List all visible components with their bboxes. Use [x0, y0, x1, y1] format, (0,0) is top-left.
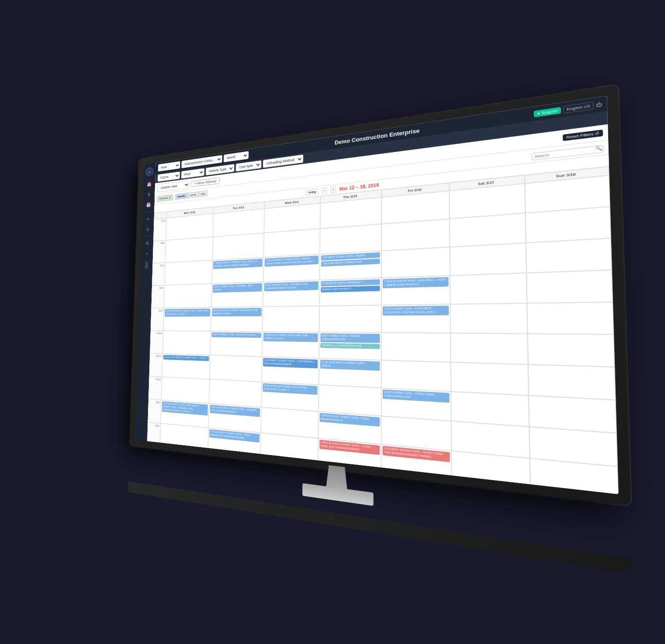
prev-button[interactable]: ‹: [321, 187, 327, 194]
cell-sun-10am[interactable]: [528, 334, 615, 367]
sidebar-calendar-week-icon[interactable]: 🗓: [145, 190, 152, 199]
sidebar-calendar-day-icon[interactable]: 📆: [145, 200, 152, 209]
event-wed-12pm-1[interactable]: 12:00-3:00 EAST STREET GATE STEEL SUBCON…: [262, 383, 317, 395]
cell-thu-10am[interactable]: WEST STREET GATE - HOODS SUBCONTRACTOR T…: [319, 332, 381, 360]
cell-fri-10am[interactable]: [381, 333, 451, 362]
event-fri-9am-1[interactable]: EAST STREET GATE - CONCRETE CONCRETE CON…: [383, 306, 449, 315]
cell-sun-11am[interactable]: [528, 364, 616, 400]
event-thu-8am-2[interactable]: REBAR SUBCONTRACT: [321, 285, 380, 292]
event-thu-11am-1[interactable]: 11:30-12:30 NORTH STREET GATE - SUBCO...: [320, 360, 380, 371]
month-filter[interactable]: Month: [224, 151, 249, 163]
cell-fri-7am[interactable]: [381, 247, 450, 278]
tab-month[interactable]: month: [175, 193, 188, 200]
cell-tue-3pm[interactable]: [207, 452, 260, 485]
cell-mon-10am[interactable]: [163, 331, 211, 355]
event-tue-4pm-1[interactable]: 4:30-7:30 WEST STREET GATE - GARBAGE SIT…: [208, 478, 259, 494]
cell-thu-2pm[interactable]: 2:30-3:30 WEST STREET GATE - TICKET #543…: [318, 438, 381, 473]
move-delivery-button[interactable]: + Move Delivery: [192, 178, 220, 187]
cell-mon-11am[interactable]: 11:30-12:30 NORTH STREET GATE - TICKET..…: [162, 354, 210, 379]
sidebar-add-icon[interactable]: +: [144, 249, 151, 258]
cell-fri-9am[interactable]: EAST STREET GATE - CONCRETE CONCRETE CON…: [381, 304, 451, 333]
cell-wed-2pm[interactable]: [260, 433, 318, 466]
cell-mon-3pm[interactable]: 3:00-5:00 SOUTH GATE LOADING DOCK 1 - CO…: [159, 447, 207, 477]
cell-fri-11am[interactable]: [381, 360, 451, 392]
cell-thu-12pm[interactable]: [318, 385, 381, 416]
sidebar-list-icon[interactable]: ≡: [144, 215, 151, 223]
event-mon-3pm-1[interactable]: 3:00-5:00 SOUTH GATE LOADING DOCK 1 - CO…: [161, 448, 207, 462]
next-button[interactable]: ›: [330, 186, 336, 193]
event-tue-1pm-1[interactable]: 1:00-2:00 NORTH STREET GATE - GENERAL SI…: [210, 405, 260, 417]
cell-sat-8am[interactable]: [450, 273, 527, 304]
event-wed-3pm-1[interactable]: 3:00-4:00 SOUTH GATE LOAD COPPER SITE SU…: [261, 460, 317, 475]
event-fri-3pm-1[interactable]: 3:30-4:00 1ST STREET YARD - 1 SITE...: [383, 474, 450, 488]
cell-tue-12pm[interactable]: [209, 379, 261, 407]
event-fri-12pm-1[interactable]: EAST STREET GATE - STEEL STEEL SUBCONTRA…: [383, 389, 450, 403]
cell-wed-11am[interactable]: 11:00 WEST STREET GATE - CURTAINWALL SIT…: [262, 357, 319, 385]
sidebar-radar-icon[interactable]: ◎: [144, 225, 151, 233]
cell-sat-10am[interactable]: [451, 333, 528, 364]
cell-mon-5am[interactable]: [166, 214, 214, 241]
cell-tue-5am[interactable]: [213, 209, 264, 237]
cell-thu-6am[interactable]: [320, 224, 381, 254]
event-mon-9am-1[interactable]: 9:30-12:00 EAST STREET GATE - HVAC HVAC …: [165, 308, 210, 316]
cell-tue-10am[interactable]: WEST STREET GATE - EXHAUST HOODS: [210, 331, 262, 357]
cell-wed-10am[interactable]: 10:00 EAST STREET GATE HVAC SUB HENRY FL…: [262, 332, 319, 359]
tab-day[interactable]: day: [199, 190, 208, 197]
cell-sun-6am[interactable]: [525, 207, 611, 243]
sidebar-map-icon[interactable]: ⬛⬛: [143, 261, 150, 269]
search-icon-button[interactable]: 🔍: [595, 145, 602, 151]
cell-sat-6am[interactable]: [450, 213, 526, 247]
cell-wed-9am[interactable]: [262, 306, 319, 332]
event-thu-10am-1[interactable]: WEST STREET GATE - HOODS SUBCONTRACTOR: [320, 333, 380, 343]
event-mon-1pm-1[interactable]: 2:00-3:00 SOUTH GATE LOAD NORTH STREET G…: [162, 401, 208, 416]
power-icon[interactable]: ⏻: [596, 101, 602, 108]
cell-sun-7am[interactable]: [526, 238, 612, 273]
cell-wed-8am[interactable]: EAST STREET GATE - DRYWALL SITE SUPERINT…: [263, 280, 320, 307]
area-filter[interactable]: Area: [158, 161, 181, 172]
cell-tue-2pm[interactable]: 2:50-3:30 EAST STREET GATE - STEEL BEAMS…: [208, 428, 261, 459]
cell-sat-11am[interactable]: [451, 362, 529, 396]
cell-thu-7am[interactable]: 7:30 WEST STREET GATE - REBAR 7:30 CONCR…: [319, 251, 381, 280]
cell-fri-6am[interactable]: [381, 219, 450, 251]
event-wed-7am-1[interactable]: 7:00-8:30 WEST STREET GATE - REBAR REBAR…: [265, 255, 318, 266]
event-thu-10am-2[interactable]: TERMINAL 2 SUBCONTRACTOR: [320, 343, 380, 349]
tab-week[interactable]: week: [188, 192, 199, 199]
cell-fri-8am[interactable]: 7:30-8:30 SOUTH WING - BUILDING 2 - HOIS…: [381, 275, 450, 305]
event-thu-8am-1[interactable]: CONCRETE NORTH TERMINAL 2: [321, 279, 380, 286]
cell-fri-3pm[interactable]: 3:30-4:00 1ST STREET YARD - 1 SITE... 3:…: [381, 473, 452, 494]
event-tue-7am-1[interactable]: 7:00-8:00 NORTH STREET GATE BLOCK & MORT…: [213, 259, 262, 269]
cell-sun-9am[interactable]: [527, 302, 614, 334]
cell-tue-6am[interactable]: [212, 233, 264, 260]
event-fri-8am-1[interactable]: 7:30-8:30 SOUTH WING - BUILDING 2 - HOIS…: [383, 277, 448, 288]
cell-thu-11am[interactable]: 11:30-12:30 NORTH STREET GATE - SUBCO...: [318, 358, 381, 388]
cell-tue-9am[interactable]: 9:30-12:00 EAST STREET GATE HVAC SUB HEN…: [211, 307, 262, 332]
calendar-area[interactable]: today ‹ › Mar 12 – 18, 2018 Mon 3/12 Tue…: [147, 155, 618, 494]
event-thu-1pm-1[interactable]: 1:00-2:30 EAST STREET GATE - STEEL BEAMS…: [319, 413, 380, 426]
cell-mon-2pm[interactable]: [160, 423, 208, 452]
sidebar-calendar-month-icon[interactable]: 📅: [146, 180, 153, 189]
cell-mon-12pm[interactable]: [161, 377, 210, 403]
cell-wed-12pm[interactable]: 12:00-3:00 EAST STREET GATE STEEL SUBCON…: [261, 382, 318, 411]
event-tue-10am-1[interactable]: WEST STREET GATE - EXHAUST HOODS: [211, 332, 261, 337]
cell-tue-4pm[interactable]: 4:30-7:30 WEST STREET GATE - GARBAGE SIT…: [207, 477, 260, 494]
cell-sat-9am[interactable]: [451, 303, 528, 333]
cell-wed-7am[interactable]: 7:00-8:30 WEST STREET GATE - REBAR REBAR…: [263, 254, 320, 282]
cell-mon-8am[interactable]: [164, 284, 211, 308]
cell-wed-6am[interactable]: [263, 229, 320, 257]
cell-sat-12pm[interactable]: [451, 392, 529, 427]
event-wed-10am-1[interactable]: 10:00 EAST STREET GATE HVAC SUB HENRY FL…: [263, 333, 318, 342]
event-wed-8am-1[interactable]: EAST STREET GATE - DRYWALL SITE SUPERINT…: [264, 281, 318, 291]
cell-wed-5am[interactable]: [264, 203, 320, 233]
cell-mon-9am[interactable]: 9:30-12:00 EAST STREET GATE - HVAC HVAC …: [163, 307, 211, 331]
event-fri-3pm-2[interactable]: 3:30-5:00 WEST STREET GATE - GARBAGE SIT…: [383, 481, 451, 494]
language-button[interactable]: English US: [563, 101, 593, 113]
cell-mon-7am[interactable]: [165, 260, 212, 285]
reset-filters-button[interactable]: Reset Filters ↺: [563, 129, 603, 141]
support-button[interactable]: ● Support: [534, 107, 561, 117]
cell-sun-8am[interactable]: [527, 270, 613, 303]
cell-fri-2pm[interactable]: 2:25 WEST STREET GATE - TICKET #5532 SIT…: [381, 444, 452, 481]
cell-thu-5am[interactable]: [320, 197, 381, 229]
cell-mon-6am[interactable]: [165, 237, 213, 263]
cell-tue-11am[interactable]: [210, 355, 262, 382]
cell-sat-7am[interactable]: [450, 243, 527, 275]
